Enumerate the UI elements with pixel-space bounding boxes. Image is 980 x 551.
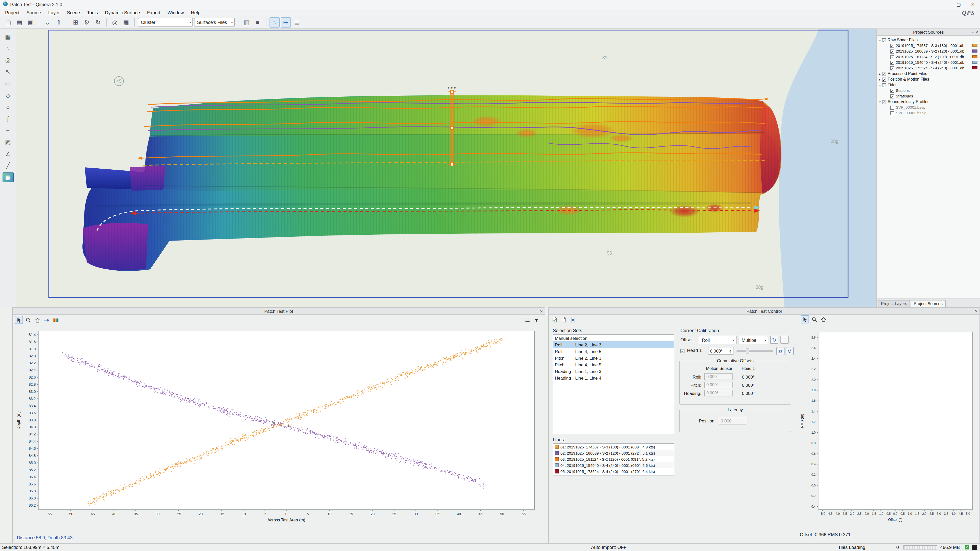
save-icon[interactable]: ▣ <box>25 17 36 27</box>
menu-scene[interactable]: Scene <box>63 10 83 16</box>
profile-icon[interactable]: ≈ <box>2 43 14 53</box>
float-icon[interactable]: ▫ <box>537 309 538 313</box>
rms-offset-plot[interactable]: -5.0-4.5-4.0-3.5-3.0-2.5-2.0-1.5-1.0-0.5… <box>799 325 978 529</box>
tree-item[interactable]: ▾Raw Sonar Files <box>878 37 979 43</box>
tab-project-layers[interactable]: Project Layers <box>878 300 910 307</box>
checkbox[interactable] <box>890 105 894 110</box>
checkbox[interactable] <box>882 72 886 76</box>
track-tool[interactable] <box>42 316 51 324</box>
layers-icon[interactable]: ▦ <box>121 17 131 27</box>
maximize-button[interactable]: ▢ <box>951 0 966 9</box>
tree-caret-icon[interactable]: ▸ <box>878 72 882 76</box>
selection-set-row[interactable]: RollLine 2, Line 3 <box>553 341 674 348</box>
plot-menu-chevron[interactable]: ▾ <box>532 316 541 324</box>
zoom-tool[interactable] <box>24 316 32 324</box>
line-row[interactable]: 04: 20191025_154040 - S-4 (240) - 0001 (… <box>553 462 674 468</box>
checkbox[interactable] <box>890 44 894 48</box>
save-doc-tool[interactable] <box>559 315 568 324</box>
export-icon[interactable]: ⇑ <box>54 17 64 27</box>
tree-item[interactable]: ▸Processed Point Files <box>878 71 979 76</box>
checkbox[interactable] <box>890 111 894 115</box>
ruler-icon[interactable]: ╱ <box>2 161 14 170</box>
cluster-combo[interactable]: Cluster▾ <box>138 18 193 27</box>
polygon-select-icon[interactable]: ◇ <box>2 90 14 100</box>
open-project-icon[interactable]: ▤ <box>14 17 24 27</box>
contours-icon[interactable]: ≡ <box>253 17 263 27</box>
line-row[interactable]: 05: 20191025_173524 - S-4 (240) - 0001 (… <box>553 468 674 475</box>
ellipse-select-icon[interactable]: ○ <box>2 102 14 112</box>
refresh-icon[interactable]: ↻ <box>93 17 103 27</box>
tree-caret-icon[interactable]: ▸ <box>878 78 882 81</box>
line-row[interactable]: 01: 20191025_174537 - S-3 (180) - 0001 (… <box>553 444 674 450</box>
add-surface-icon[interactable]: ⊞ <box>70 17 81 27</box>
rms-zoom-tool[interactable] <box>810 315 818 324</box>
selection-set-row[interactable]: RollLine 4, Line 5 <box>553 348 674 354</box>
tree-item[interactable]: SVP_00002.bs vp <box>878 110 979 116</box>
spinner-arrows-icon[interactable]: ▲▼ <box>729 349 732 353</box>
tree-caret-icon[interactable]: ▾ <box>878 100 882 103</box>
minimize-button[interactable]: – <box>937 0 951 9</box>
tree-item[interactable]: 20191025_173524 - S-4 (240) - 0001.db <box>878 65 979 71</box>
checkbox[interactable] <box>890 55 894 59</box>
close-icon[interactable]: ✕ <box>975 309 978 313</box>
scene-view[interactable]: 493128g9628g <box>16 29 877 307</box>
checkbox[interactable] <box>890 94 894 98</box>
menu-project[interactable]: Project <box>2 10 23 16</box>
plot-options[interactable] <box>523 316 531 324</box>
checkbox[interactable] <box>882 38 886 42</box>
menu-window[interactable]: Window <box>164 10 187 16</box>
tree-item[interactable]: 20191025_180039 - S-2 (120) - 0001.db <box>878 48 979 54</box>
surface-files-combo[interactable]: Surface's Files▾ <box>194 18 235 27</box>
tab-project-sources[interactable]: Project Sources <box>911 300 945 307</box>
rms-cursor-tool[interactable] <box>801 315 809 324</box>
multibeam-combo[interactable]: Multibe▾ <box>738 336 768 345</box>
point-select-icon[interactable]: + <box>2 125 14 135</box>
tree-item[interactable]: 20191025_174537 - S-3 (180) - 0001.db <box>878 43 979 48</box>
reset-offset-button[interactable]: ↺ <box>786 347 794 355</box>
selection-set-row[interactable]: PitchLine 4, Line 5 <box>553 361 674 368</box>
lines-list[interactable]: 01: 20191025_174537 - S-3 (180) - 0001 (… <box>553 443 674 476</box>
menu-tools[interactable]: Tools <box>83 10 101 16</box>
tree-item[interactable]: SVP_00001.bsvp <box>878 105 979 110</box>
checkbox[interactable] <box>882 83 886 87</box>
checkbox[interactable] <box>882 100 886 104</box>
checkbox[interactable] <box>890 66 894 70</box>
cursor-tool[interactable] <box>15 316 23 324</box>
tree-item[interactable]: 20191025_181124 - S-2 (120) - 0001.db <box>878 54 979 60</box>
accept-doc-tool[interactable] <box>550 315 558 324</box>
colorbar-tool[interactable] <box>52 316 60 324</box>
cursor-icon[interactable]: ↖ <box>2 67 14 76</box>
menu-export[interactable]: Export <box>143 10 164 16</box>
selection-set-row[interactable]: HeadingLine 1, Line 4 <box>553 375 674 381</box>
line-row[interactable]: 03: 20191025_181124 - S-2 (120) - 0001 (… <box>553 456 674 462</box>
close-button[interactable]: ✕ <box>966 0 980 9</box>
lines-toggle-icon[interactable]: ≣ <box>292 17 302 27</box>
track-toggle-icon[interactable]: ↦ <box>281 17 291 27</box>
head1-offset-spinbox[interactable]: 0.000° ▲▼ <box>708 347 733 354</box>
tree-item[interactable]: ▾Sound Velocity Profiles <box>878 99 979 105</box>
tree-item[interactable]: Stations <box>878 88 979 94</box>
import-icon[interactable]: ⇓ <box>42 17 52 27</box>
tree-caret-icon[interactable]: ▾ <box>878 83 882 87</box>
menu-help[interactable]: Help <box>187 10 204 16</box>
head1-checkbox[interactable] <box>680 349 684 353</box>
angle-icon[interactable]: ∠ <box>2 149 14 159</box>
menu-layer[interactable]: Layer <box>45 10 63 16</box>
menu-source[interactable]: Source <box>23 10 45 16</box>
report-tool[interactable] <box>569 315 577 324</box>
checkbox[interactable] <box>890 89 894 93</box>
checkbox[interactable] <box>882 77 886 81</box>
settings-icon[interactable]: ⚙ <box>82 17 92 27</box>
selection-set-row[interactable]: Manual selection <box>553 335 674 341</box>
selection-sets-list[interactable]: Manual selectionRollLine 2, Line 3RollLi… <box>553 334 674 434</box>
sync-heads-button[interactable]: ⇄ <box>776 347 784 355</box>
float-icon[interactable]: ▫ <box>972 30 974 35</box>
grid-icon[interactable]: ▦ <box>2 32 14 41</box>
target-icon[interactable]: ◎ <box>2 55 14 65</box>
zoom-tools-icon[interactable]: ◎ <box>110 17 120 27</box>
rms-home-tool[interactable] <box>819 315 827 324</box>
float-icon[interactable]: ▫ <box>972 309 973 313</box>
rect-select-icon[interactable]: ▭ <box>2 79 14 88</box>
tree-caret-icon[interactable]: ▾ <box>878 38 882 42</box>
aux-calibration-button[interactable] <box>780 336 789 344</box>
